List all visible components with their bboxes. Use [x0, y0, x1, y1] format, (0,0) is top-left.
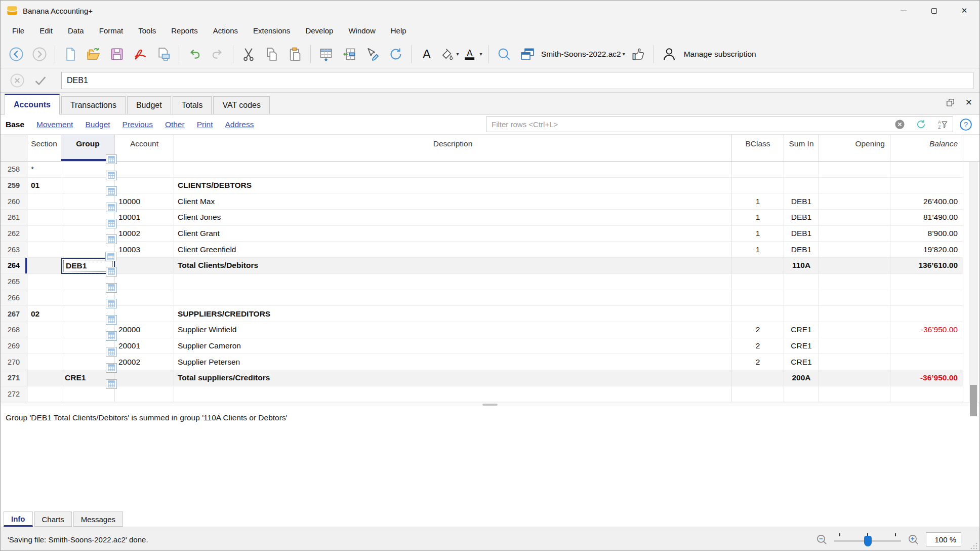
cell-account[interactable]: 20001 [115, 338, 174, 355]
new-file-button[interactable] [59, 43, 82, 65]
cell-bclass[interactable] [732, 162, 784, 178]
cell-opening[interactable] [819, 338, 890, 355]
vertical-scrollbar[interactable] [969, 162, 978, 402]
cell-table-picker-icon[interactable] [106, 186, 117, 196]
table-row[interactable]: 266 [1, 290, 979, 306]
cell-opening[interactable] [819, 274, 890, 290]
cell-table-picker-icon[interactable] [105, 252, 116, 261]
row-number[interactable]: 264 [1, 258, 27, 274]
back-button[interactable] [5, 43, 28, 65]
cell-table-picker-icon[interactable] [106, 171, 117, 180]
bottom-tab-info[interactable]: Info [4, 511, 33, 527]
cell-opening[interactable] [819, 226, 890, 242]
cell-account[interactable] [115, 258, 174, 274]
tab-totals[interactable]: Totals [173, 96, 212, 114]
header-section[interactable]: Section [27, 135, 61, 161]
menu-window[interactable]: Window [341, 23, 383, 38]
close-button[interactable]: ✕ [949, 1, 979, 21]
recalculate-button[interactable] [384, 43, 407, 65]
cell-bclass[interactable]: 1 [732, 193, 784, 210]
cell-description[interactable] [174, 162, 732, 178]
cell-sum-in[interactable]: DEB1 [784, 242, 819, 258]
cell-opening[interactable] [819, 162, 890, 178]
cell-balance[interactable]: 8’900.00 [890, 226, 963, 242]
header-description[interactable]: Description [174, 135, 732, 161]
header-balance[interactable]: Balance [890, 135, 963, 161]
cell-account[interactable] [115, 178, 174, 194]
cell-balance[interactable]: 136’610.00 [890, 258, 963, 274]
cell-description[interactable]: Client Grant [174, 226, 732, 242]
table-row[interactable]: 269 20001 Supplier Cameron 2 CRE1 [1, 338, 979, 355]
cell-bclass[interactable] [732, 178, 784, 194]
reject-edit-button[interactable] [6, 70, 29, 91]
view-link-movement[interactable]: Movement [36, 120, 73, 129]
accept-edit-button[interactable] [29, 70, 52, 91]
cell-table-picker-icon[interactable] [106, 331, 117, 341]
cell-opening[interactable] [819, 242, 890, 258]
table-row[interactable]: 262 10002 Client Grant 1 DEB1 8’900.00 [1, 226, 979, 242]
cell-table-picker-icon[interactable] [106, 219, 117, 228]
cell-section[interactable] [27, 290, 61, 306]
redo-button[interactable] [206, 43, 229, 65]
cell-balance[interactable]: -36’950.00 [890, 370, 963, 386]
cell-table-picker-icon[interactable] [106, 267, 117, 277]
cut-button[interactable] [237, 43, 260, 65]
cell-balance[interactable] [890, 290, 963, 306]
cell-section[interactable] [27, 242, 61, 258]
cell-balance[interactable] [890, 338, 963, 355]
table-row[interactable]: 265 [1, 274, 979, 290]
cell-description[interactable] [174, 290, 732, 306]
cell-description[interactable]: Supplier Petersen [174, 354, 732, 370]
cell-section[interactable] [27, 370, 61, 386]
cell-sum-in[interactable]: DEB1 [784, 193, 819, 210]
row-number[interactable]: 265 [1, 274, 27, 290]
feedback-button[interactable] [627, 43, 650, 65]
help-button[interactable]: ? [957, 116, 974, 133]
row-number[interactable]: 266 [1, 290, 27, 306]
cell-opening[interactable] [819, 193, 890, 210]
menu-edit[interactable]: Edit [32, 23, 60, 38]
table-row[interactable]: 268 20000 Supplier Winfield 2 CRE1 -36’9… [1, 322, 979, 338]
bottom-tab-messages[interactable]: Messages [73, 511, 123, 527]
cell-balance[interactable] [890, 162, 963, 178]
slider-thumb[interactable] [864, 536, 872, 546]
sort-filter-button[interactable]: AZ [931, 117, 953, 132]
table-row[interactable]: 270 20002 Supplier Petersen 2 CRE1 [1, 354, 979, 370]
cell-bclass[interactable]: 1 [732, 226, 784, 242]
view-link-print[interactable]: Print [197, 120, 213, 129]
cell-bclass[interactable] [732, 290, 784, 306]
cell-bclass[interactable]: 2 [732, 338, 784, 355]
bottom-tab-charts[interactable]: Charts [34, 511, 72, 527]
row-number[interactable]: 263 [1, 242, 27, 258]
cell-description[interactable]: Client Max [174, 193, 732, 210]
cell-balance[interactable] [890, 274, 963, 290]
cell-account[interactable] [115, 162, 174, 178]
cell-sum-in[interactable] [784, 274, 819, 290]
cell-section[interactable]: 01 [27, 178, 61, 194]
view-link-base[interactable]: Base [6, 120, 24, 129]
zoom-slider[interactable] [834, 532, 901, 547]
cell-table-picker-icon[interactable] [106, 283, 117, 293]
table-row[interactable]: 263 10003 Client Greenfield 1 DEB1 19’82… [1, 242, 979, 258]
cell-sum-in[interactable]: DEB1 [784, 226, 819, 242]
clear-filter-button[interactable] [889, 117, 910, 132]
cell-sum-in[interactable]: CRE1 [784, 322, 819, 338]
maximize-button[interactable] [919, 1, 949, 21]
cell-opening[interactable] [819, 306, 890, 322]
row-number[interactable]: 262 [1, 226, 27, 242]
row-number[interactable]: 271 [1, 370, 27, 386]
forward-button[interactable] [28, 43, 51, 65]
view-link-budget[interactable]: Budget [85, 120, 110, 129]
account-button[interactable] [658, 43, 681, 65]
print-button[interactable] [152, 43, 175, 65]
cell-table-picker-icon[interactable] [106, 299, 117, 308]
row-number[interactable]: 261 [1, 210, 27, 226]
cell-description[interactable]: Client Greenfield [174, 242, 732, 258]
cell-section[interactable]: 02 [27, 306, 61, 322]
cell-table-picker-icon[interactable] [106, 234, 117, 244]
float-view-icon[interactable] [946, 98, 955, 107]
zoom-percentage[interactable]: 100 % [926, 532, 961, 546]
cell-sum-in[interactable]: 110A [784, 258, 819, 274]
pdf-export-button[interactable] [129, 43, 152, 65]
row-number[interactable]: 272 [1, 386, 27, 403]
